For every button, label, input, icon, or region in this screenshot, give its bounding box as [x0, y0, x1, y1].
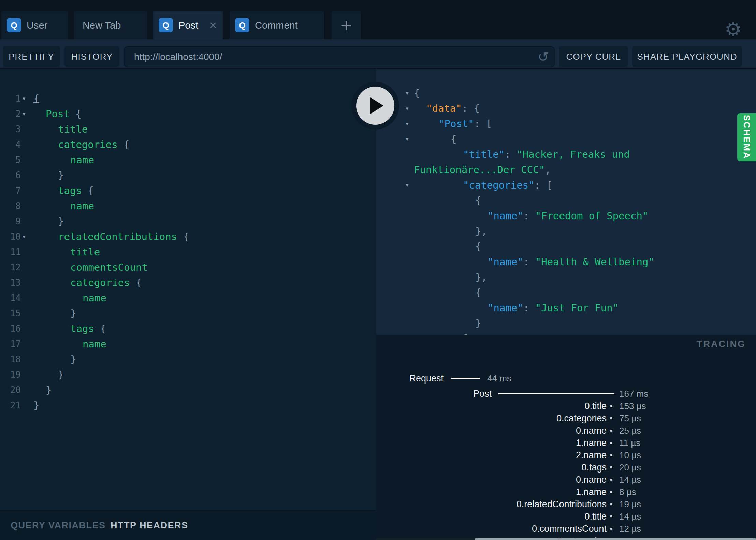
code-token: "name" [488, 302, 523, 314]
code-token: title [58, 123, 88, 135]
tab-comment[interactable]: Q Comment [230, 11, 324, 39]
line-number: 18 [0, 352, 21, 367]
tracing-row: Post167 ms [376, 388, 756, 400]
tracing-duration-value: 75 µs [619, 412, 641, 424]
code-token: : [523, 210, 535, 222]
code-line: 3title [0, 122, 376, 137]
code-token: name [70, 154, 94, 166]
tracing-row: 0.commentsCount12 µs [376, 523, 756, 535]
settings-gear-icon[interactable]: ⚙ [725, 20, 742, 39]
fold-arrow-icon[interactable]: ▾ [22, 91, 26, 106]
line-number: 1 [0, 91, 21, 106]
code-text: { [33, 91, 39, 106]
plus-icon: + [341, 14, 352, 36]
line-number: 14 [0, 290, 21, 306]
tracing-duration-value: 25 µs [619, 424, 641, 437]
tracing-field-label: 1.name [576, 486, 607, 498]
copy-curl-button[interactable]: COPY CURL [559, 46, 628, 67]
history-button[interactable]: HISTORY [64, 46, 119, 67]
code-token: tags [70, 323, 100, 334]
code-token: "name" [488, 256, 523, 268]
query-editor[interactable]: 1▾{2▾Post {3title4categories {5name6}7ta… [0, 69, 376, 510]
code-token: commentsCount [70, 261, 148, 273]
fold-arrow-icon[interactable]: ▾ [405, 86, 409, 101]
tracing-field-label: Post [473, 388, 492, 400]
code-text: name [70, 152, 94, 168]
tracing-title: TRACING [697, 339, 746, 349]
code-token: { [183, 231, 189, 242]
tab-user[interactable]: Q User [1, 11, 68, 39]
code-text: } [70, 306, 76, 321]
endpoint-url-input[interactable]: http://localhost:4000/ ↺ [124, 46, 555, 68]
line-number: 21 [0, 398, 21, 413]
tracing-field-label: 0.name [576, 474, 607, 486]
tracing-row: 0.name25 µs [376, 424, 756, 437]
add-tab-button[interactable]: + [332, 11, 361, 39]
fold-arrow-icon[interactable]: ▾ [405, 116, 409, 132]
code-token: categories [70, 277, 136, 288]
line-number: 17 [0, 336, 21, 352]
fold-arrow-icon[interactable]: ▾ [405, 101, 409, 116]
code-token: } [475, 317, 481, 329]
code-token: }, [475, 271, 487, 283]
line-number: 5 [0, 152, 21, 168]
query-badge-icon: Q [159, 18, 173, 32]
tracing-dot-icon [610, 442, 612, 444]
fold-arrow-icon[interactable]: ▾ [22, 229, 26, 244]
fold-arrow-icon[interactable]: ▾ [405, 132, 409, 147]
share-playground-button[interactable]: SHARE PLAYGROUND [632, 46, 742, 67]
code-token: } [33, 400, 39, 411]
tab-new-tab[interactable]: New Tab [74, 11, 147, 39]
code-token: { [88, 185, 93, 196]
prettify-button[interactable]: PRETTIFY [3, 46, 60, 67]
code-token: Funktionäre...Der CCC" [414, 164, 545, 176]
fold-arrow-icon[interactable]: ▾ [405, 178, 409, 193]
code-token: "Hacker, Freaks und [517, 149, 630, 160]
tracing-row: Request44 ms [376, 372, 756, 385]
code-line: 5name [0, 152, 376, 168]
code-line: 15} [0, 306, 376, 321]
line-number: 13 [0, 275, 21, 290]
code-token: name [83, 292, 106, 304]
endpoint-url-value[interactable]: http://localhost:4000/ [134, 51, 538, 62]
code-text: name [83, 336, 106, 352]
tab-label: User [27, 20, 47, 31]
close-tab-icon[interactable]: × [209, 19, 217, 31]
schema-label: SCHEMA [741, 115, 752, 160]
tracing-field-label: Request [409, 372, 444, 385]
code-token: { [475, 287, 481, 298]
code-text: { [475, 239, 481, 254]
code-token: , [545, 164, 551, 176]
code-token: [ [486, 118, 492, 130]
tracing-field-label: 0.relatedContributions [517, 498, 607, 510]
tab-label: New Tab [83, 20, 121, 31]
code-line: "name": "Just For Fun" [376, 300, 756, 316]
code-text: "Post": [ [438, 116, 492, 132]
code-text: name [83, 290, 106, 306]
tracing-duration-value: 10 µs [619, 449, 641, 461]
tab-post[interactable]: Q Post × [153, 11, 223, 39]
code-text: "name": "Freedom of Speech" [488, 208, 648, 224]
tracing-duration-bar [451, 378, 480, 379]
reload-schema-icon[interactable]: ↺ [538, 49, 549, 64]
code-token: { [136, 277, 142, 288]
code-text: { [475, 285, 481, 300]
tracing-duration-value: 167 ms [619, 388, 648, 400]
schema-sidebar-button[interactable]: SCHEMA [737, 113, 756, 161]
code-line: 17name [0, 336, 376, 352]
code-line: }, [376, 270, 756, 285]
fold-arrow-icon[interactable]: ▾ [22, 106, 26, 122]
tracing-hscrollbar-thumb[interactable] [475, 538, 756, 540]
http-headers-tab[interactable]: HTTP HEADERS [111, 520, 188, 531]
code-text: { [475, 193, 481, 208]
query-variables-tab[interactable]: QUERY VARIABLES [11, 520, 106, 531]
code-text: } [33, 398, 39, 413]
tracing-dot-icon [610, 417, 612, 419]
code-line: 20} [0, 382, 376, 398]
tracing-row: 0.name14 µs [376, 474, 756, 486]
code-token: { [100, 323, 106, 334]
code-line: ▾"Post": [ [376, 116, 756, 132]
line-number: 6 [0, 168, 21, 183]
tracing-panel: TRACING Request44 msPost167 ms0.title153… [376, 335, 756, 540]
execute-query-button[interactable] [351, 82, 399, 130]
